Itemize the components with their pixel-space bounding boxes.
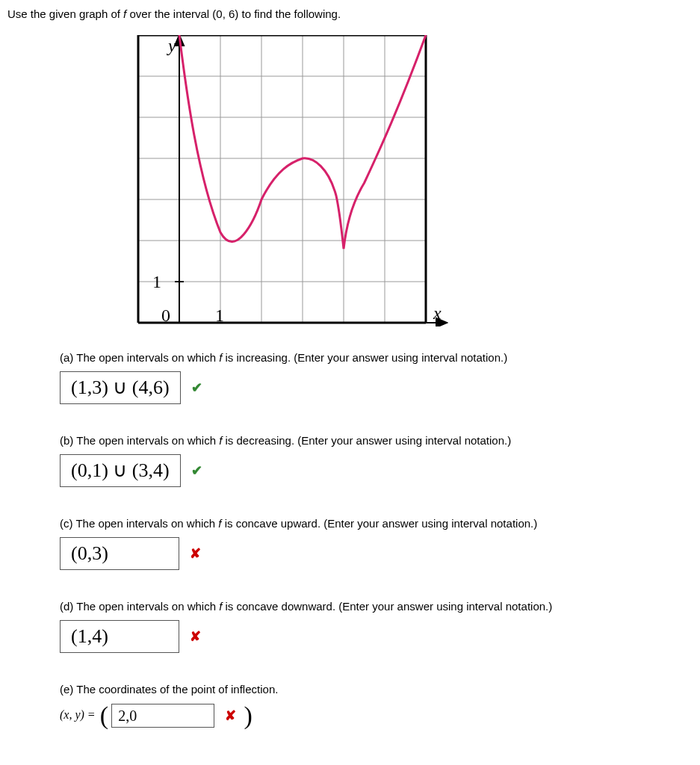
part-c-answer-input[interactable]: (0,3)	[60, 537, 179, 570]
problem-instruction: Use the given graph of f over the interv…	[7, 7, 693, 20]
check-icon: ✔	[191, 380, 202, 396]
instruction-text-post: over the interval (0, 6) to find the fol…	[126, 7, 341, 20]
check-icon: ✔	[191, 462, 202, 479]
x-tick-1: 1	[215, 306, 224, 325]
close-paren: )	[244, 703, 253, 728]
part-a-prompt: (a) The open intervals on which f is inc…	[60, 351, 693, 364]
y-axis-label: y	[167, 36, 176, 55]
instruction-text-pre: Use the given graph of	[7, 7, 123, 20]
part-d-prompt: (d) The open intervals on which f is con…	[60, 600, 693, 613]
part-e-prompt: (e) The coordinates of the point of infl…	[60, 683, 693, 696]
cross-icon: ✘	[190, 628, 201, 645]
y-tick-1: 1	[152, 272, 161, 291]
part-a-answer-input[interactable]: (1,3) ∪ (4,6)	[60, 371, 181, 404]
part-e: (e) The coordinates of the point of infl…	[60, 683, 693, 728]
function-graph: y x 1 0 1	[105, 35, 693, 329]
xy-equals-label: (x, y) =	[60, 708, 99, 721]
part-d-answer-input[interactable]: (1,4)	[60, 620, 179, 653]
part-c: (c) The open intervals on which f is con…	[60, 517, 693, 570]
part-d: (d) The open intervals on which f is con…	[60, 600, 693, 653]
part-a: (a) The open intervals on which f is inc…	[60, 351, 693, 404]
part-b-prompt: (b) The open intervals on which f is dec…	[60, 434, 693, 447]
x-axis-label: x	[433, 303, 442, 323]
graph-svg: y x 1 0 1	[105, 35, 448, 326]
open-paren: (	[100, 703, 108, 728]
part-e-answer-input[interactable]: 2,0	[111, 704, 214, 728]
part-b-answer-input[interactable]: (0,1) ∪ (3,4)	[60, 454, 181, 487]
cross-icon: ✘	[190, 545, 201, 562]
origin-label: 0	[161, 306, 170, 325]
part-c-prompt: (c) The open intervals on which f is con…	[60, 517, 693, 530]
part-b: (b) The open intervals on which f is dec…	[60, 434, 693, 487]
cross-icon: ✘	[225, 707, 236, 724]
